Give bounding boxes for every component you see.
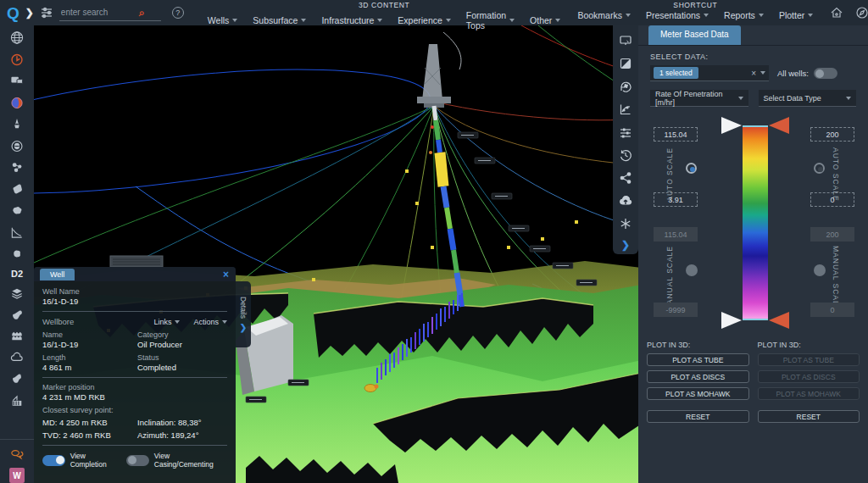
close-icon[interactable]: × <box>223 269 229 280</box>
min-handle-right[interactable] <box>769 312 789 329</box>
menu-infrastructure[interactable]: Infrastructure <box>321 10 382 31</box>
disc-icon[interactable] <box>8 139 25 153</box>
fence-icon[interactable] <box>8 329 25 343</box>
menu-other[interactable]: Other <box>530 10 560 31</box>
drillship-icon[interactable] <box>8 117 25 131</box>
d2-label[interactable]: D2 <box>11 269 23 279</box>
plot-sections: PLOT IN 3D: PLOT AS TUBE PLOT AS DISCS P… <box>647 341 860 427</box>
clear-selection-icon[interactable]: × <box>751 69 756 78</box>
w-badge[interactable]: W <box>9 468 25 483</box>
menu-subsurface[interactable]: Subsurface <box>253 10 306 31</box>
chart-icon[interactable] <box>619 103 632 116</box>
right-auto-min-field[interactable]: 0 <box>810 192 854 207</box>
chevron-down-icon <box>232 19 237 22</box>
sphere-icon[interactable] <box>8 96 25 110</box>
grab-hand-icon[interactable] <box>8 372 25 386</box>
plot-as-discs-button-right[interactable]: PLOT AS DISCS <box>758 370 860 383</box>
left-data-dropdown[interactable]: Rate Of Penetration [m/hr] <box>650 90 748 107</box>
tab-meter-based-data[interactable]: Meter Based Data <box>648 25 741 45</box>
chevron-right-icon[interactable]: ❯ <box>25 7 34 19</box>
menu-formation-tops[interactable]: Formation Tops <box>466 10 515 31</box>
links-dropdown[interactable]: Links <box>153 318 180 326</box>
left-auto-scale-radio[interactable] <box>686 163 697 174</box>
menu-presentations[interactable]: Presentations <box>646 10 709 20</box>
group-label: SHORTCUT <box>673 2 717 9</box>
divider <box>42 311 227 312</box>
right-manual-max-field[interactable]: 200 <box>810 227 854 242</box>
home-icon[interactable] <box>830 6 843 19</box>
category-value: Oil Producer <box>137 340 227 349</box>
left-manual-max-field[interactable]: 115.04 <box>654 227 698 242</box>
status-label: Status <box>137 353 227 362</box>
hand-icon[interactable] <box>8 182 25 197</box>
max-handle-right[interactable] <box>769 117 789 134</box>
plot-as-tube-button-left[interactable]: PLOT AS TUBE <box>647 353 749 366</box>
viewport-toolstrip <box>613 25 638 236</box>
reservoir-blob-icon[interactable] <box>8 247 25 261</box>
left-manual-scale-radio[interactable] <box>686 264 698 276</box>
history-icon[interactable] <box>619 148 632 162</box>
chat-icon[interactable] <box>8 447 25 461</box>
max-handle-left[interactable] <box>721 117 742 134</box>
left-auto-min-field[interactable]: 3.91 <box>654 192 698 207</box>
chart-decline-icon[interactable] <box>8 225 25 240</box>
right-manual-scale-label: MANUAL SCALE <box>832 246 840 311</box>
details-side-tab[interactable]: Details ❯ <box>236 281 251 347</box>
reset-button-right[interactable]: RESET <box>758 410 860 423</box>
data-type-row: Rate Of Penetration [m/hr] Select Data T… <box>650 90 856 107</box>
right-auto-max-field[interactable]: 200 <box>810 127 854 142</box>
view-casing-toggle[interactable] <box>126 455 149 466</box>
seismic-blob-icon[interactable] <box>8 203 25 218</box>
help-icon[interactable]: ? <box>172 7 184 19</box>
left-manual-min-field[interactable]: -9999 <box>654 303 698 317</box>
all-wells-toggle[interactable] <box>814 68 837 79</box>
search-input[interactable] <box>61 8 139 17</box>
globe-icon[interactable] <box>8 31 25 45</box>
menu-experience[interactable]: Experience <box>398 10 451 31</box>
platform-box <box>110 256 163 267</box>
share-icon[interactable] <box>619 171 632 185</box>
min-handle-left[interactable] <box>721 312 742 329</box>
view-completion-toggle[interactable] <box>42 455 65 466</box>
panel-tabbar: Meter Based Data <box>638 25 868 46</box>
search-icon[interactable]: ⌕ <box>139 7 145 19</box>
menu-wells[interactable]: Wells <box>208 10 237 31</box>
plot-as-tube-button-right[interactable]: PLOT AS TUBE <box>758 353 860 366</box>
plot-as-mohawk-button-right[interactable]: PLOT AS MOHAWK <box>758 387 860 400</box>
app-logo[interactable]: Q <box>7 5 19 21</box>
right-manual-scale-radio[interactable] <box>814 264 826 276</box>
menu-bookmarks[interactable]: Bookmarks <box>577 10 631 20</box>
tvd-value: TVD: 2 460 m RKB <box>42 430 137 440</box>
filter-sliders-icon[interactable] <box>40 6 53 19</box>
presentation-icon[interactable] <box>619 34 632 47</box>
menu-reports[interactable]: Reports <box>724 10 764 20</box>
displays-icon[interactable] <box>8 74 25 88</box>
target-icon[interactable] <box>8 53 25 67</box>
platform-crane-icon[interactable] <box>8 394 25 408</box>
cloud-icon[interactable] <box>8 351 25 365</box>
plot-as-mohawk-button-left[interactable]: PLOT AS MOHAWK <box>647 387 749 400</box>
rotate-shape-icon[interactable] <box>619 80 632 93</box>
molecule-icon[interactable] <box>8 160 25 175</box>
menu-plotter[interactable]: Plotter <box>779 10 813 20</box>
name-label: Name <box>42 330 137 339</box>
contrast-icon[interactable] <box>619 57 632 70</box>
right-data-dropdown[interactable]: Select Data Type <box>759 90 857 107</box>
wells-multiselect[interactable]: 1 selected × <box>650 65 769 81</box>
left-auto-max-field[interactable]: 115.04 <box>654 127 698 142</box>
details-tab-label: Details <box>239 297 248 319</box>
sliders-icon[interactable] <box>619 125 632 139</box>
tab-well[interactable]: Well <box>40 269 75 280</box>
cloud-upload-icon[interactable] <box>619 194 632 208</box>
layers-icon[interactable] <box>8 286 25 300</box>
selected-count-chip[interactable]: 1 selected <box>654 67 698 79</box>
asterisk-icon[interactable] <box>619 217 632 230</box>
actions-dropdown[interactable]: Actions <box>193 318 227 326</box>
compass-icon[interactable] <box>855 6 868 19</box>
right-manual-min-field[interactable]: 0 <box>810 303 854 317</box>
plot-as-discs-button-left[interactable]: PLOT AS DISCS <box>647 370 749 383</box>
reset-button-left[interactable]: RESET <box>647 410 749 423</box>
panel-expand-tab[interactable]: ❯ <box>613 236 638 254</box>
pan-hand-icon[interactable] <box>8 308 25 322</box>
right-auto-scale-radio[interactable] <box>814 163 825 174</box>
